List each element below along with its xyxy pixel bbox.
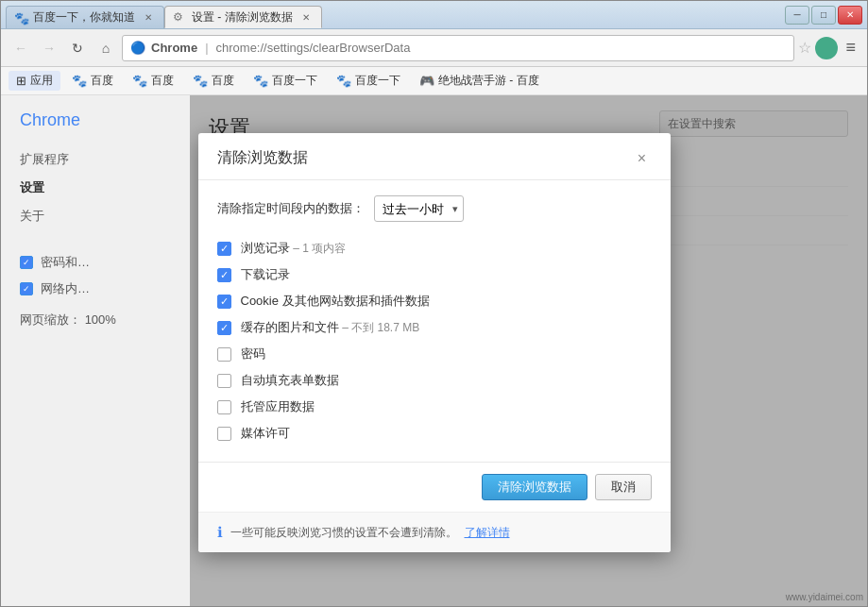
info-link[interactable]: 了解详情 [465, 525, 510, 541]
dialog-overlay: 清除浏览数据 × 清除指定时间段内的数据： 过去一小时 过去一天 [190, 95, 867, 606]
bookmark-1[interactable]: 🐾 百度 [64, 71, 121, 91]
bookmark-5[interactable]: 🐾 百度一下 [329, 71, 408, 91]
extensions-label: 扩展程序 [20, 151, 69, 168]
title-bar: 🐾 百度一下，你就知道 ✕ ⚙ 设置 - 清除浏览数据 ✕ ─ □ ✕ [1, 1, 867, 29]
cb-history[interactable] [217, 242, 231, 256]
passwords-label: 密码 [241, 346, 265, 363]
bookmarks-bar: ⊞ 应用 🐾 百度 🐾 百度 🐾 百度 🐾 百度一下 🐾 百度一下 🎮 绝地战营… [1, 67, 867, 95]
cb-network[interactable] [20, 282, 33, 295]
reload-button[interactable]: ↻ [65, 36, 90, 60]
minimize-button[interactable]: ─ [785, 6, 809, 25]
checkbox-downloads: 下载记录 [217, 261, 652, 288]
main-area: Chrome 扩展程序 设置 关于 密码和… 网络内… 网 [1, 95, 867, 606]
dialog-body: 清除指定时间段内的数据： 过去一小时 过去一天 过去一周 过去四周 不限时间 [198, 180, 671, 462]
sidebar-item-extensions[interactable]: 扩展程序 [1, 145, 190, 174]
forward-button[interactable]: → [37, 36, 61, 60]
address-bar[interactable]: 🔵 Chrome | chrome://settings/clearBrowse… [122, 35, 794, 61]
checkbox-media: 媒体许可 [217, 420, 652, 447]
bookmarks-apps[interactable]: ⊞ 应用 [9, 71, 60, 91]
address-brand: Chrome [151, 41, 197, 55]
checkbox-history: 浏览记录 – 1 项内容 [217, 235, 652, 261]
tab-1-label: 百度一下，你就知道 [33, 9, 135, 25]
cb-media[interactable] [217, 427, 231, 441]
tab-strip: 🐾 百度一下，你就知道 ✕ ⚙ 设置 - 清除浏览数据 ✕ [1, 1, 780, 28]
downloads-label: 下载记录 [241, 266, 290, 283]
cb-autofill[interactable] [217, 374, 231, 388]
hosted-label: 托管应用数据 [241, 398, 315, 415]
dialog-info-bar: ℹ 一些可能反映浏览习惯的设置不会遭到清除。 了解详情 [198, 512, 671, 552]
cache-sub: – 不到 18.7 MB [342, 321, 419, 334]
tab-1-close[interactable]: ✕ [141, 10, 156, 25]
tab-2-favicon: ⚙ [173, 10, 186, 24]
bookmark-3[interactable]: 🐾 百度 [185, 71, 242, 91]
history-label: 浏览记录 – 1 项内容 [241, 240, 347, 257]
time-select[interactable]: 过去一小时 过去一天 过去一周 过去四周 不限时间 [374, 195, 464, 222]
cb-passwords-item[interactable] [217, 347, 231, 362]
extension-icon[interactable] [815, 37, 838, 59]
tab-1[interactable]: 🐾 百度一下，你就知道 ✕ [6, 6, 164, 28]
bm4-icon: 🐾 [253, 74, 268, 88]
network-section-label: 网络内… [41, 280, 90, 297]
about-label: 关于 [20, 208, 44, 225]
media-label: 媒体许可 [241, 425, 290, 442]
dialog-title: 清除浏览数据 [217, 148, 308, 168]
bm6-icon: 🎮 [419, 74, 434, 88]
address-favicon: 🔵 [130, 41, 145, 55]
passwords-section-label: 密码和… [41, 254, 90, 271]
cancel-button[interactable]: 取消 [595, 474, 652, 500]
checkbox-autofill: 自动填充表单数据 [217, 367, 652, 394]
checkbox-passwords: 密码 [217, 341, 652, 367]
bookmark-star[interactable]: ☆ [798, 39, 811, 57]
dialog-close-button[interactable]: × [633, 149, 652, 168]
bm2-label: 百度 [151, 73, 174, 89]
close-button[interactable]: ✕ [838, 6, 862, 25]
bm1-label: 百度 [91, 73, 113, 89]
nav-bar: ← → ↻ ⌂ 🔵 Chrome | chrome://settings/cle… [1, 29, 867, 67]
cb-passwords[interactable] [20, 256, 33, 269]
sidebar-item-settings[interactable]: 设置 [1, 174, 190, 202]
time-range-row: 清除指定时间段内的数据： 过去一小时 过去一天 过去一周 过去四周 不限时间 [217, 195, 652, 222]
zoom-label: 网页缩放： [20, 312, 81, 327]
dialog-footer: 清除浏览数据 取消 [198, 462, 671, 512]
back-button[interactable]: ← [9, 36, 33, 60]
chrome-menu-button[interactable]: ≡ [842, 38, 859, 58]
time-label: 清除指定时间段内的数据： [217, 200, 365, 217]
bm1-icon: 🐾 [72, 74, 87, 88]
bm4-label: 百度一下 [272, 73, 317, 89]
clear-data-button[interactable]: 清除浏览数据 [482, 474, 587, 500]
window-controls: ─ □ ✕ [780, 1, 867, 28]
bm5-label: 百度一下 [355, 73, 400, 89]
home-button[interactable]: ⌂ [94, 36, 118, 60]
bookmark-2[interactable]: 🐾 百度 [125, 71, 181, 91]
time-select-wrapper[interactable]: 过去一小时 过去一天 过去一周 过去四周 不限时间 [374, 195, 464, 222]
tab-1-favicon: 🐾 [14, 11, 27, 25]
clear-browser-data-dialog: 清除浏览数据 × 清除指定时间段内的数据： 过去一小时 过去一天 [198, 133, 671, 552]
checkbox-cookies: Cookie 及其他网站数据和插件数据 [217, 288, 652, 314]
bm2-icon: 🐾 [132, 74, 147, 88]
maximize-button[interactable]: □ [811, 6, 836, 25]
info-icon: ℹ [217, 524, 223, 541]
cb-downloads[interactable] [217, 268, 231, 282]
cb-hosted[interactable] [217, 400, 231, 414]
bookmark-6[interactable]: 🎮 绝地战营手游 - 百度 [412, 71, 547, 91]
info-text: 一些可能反映浏览习惯的设置不会遭到清除。 [230, 525, 457, 541]
sidebar: Chrome 扩展程序 设置 关于 密码和… 网络内… 网 [1, 95, 190, 606]
tab-2[interactable]: ⚙ 设置 - 清除浏览数据 ✕ [164, 6, 322, 28]
content-area: 设置 ✓ 在后台运行 Chrome 自动填充设置 ✓ 启用网页拼写检查功能 [190, 95, 867, 606]
cache-label: 缓存的图片和文件 – 不到 18.7 MB [241, 319, 420, 336]
bookmark-4[interactable]: 🐾 百度一下 [246, 71, 325, 91]
apps-icon: ⊞ [16, 74, 26, 88]
tab-2-close[interactable]: ✕ [298, 9, 314, 25]
bm3-label: 百度 [212, 73, 234, 89]
cb-cache[interactable] [217, 321, 231, 335]
checkbox-cache: 缓存的图片和文件 – 不到 18.7 MB [217, 314, 652, 341]
tab-2-label: 设置 - 清除浏览数据 [192, 9, 293, 25]
cookies-label: Cookie 及其他网站数据和插件数据 [241, 293, 430, 310]
zoom-value: 100% [85, 312, 116, 327]
sidebar-logo: Chrome [1, 110, 190, 145]
bm5-icon: 🐾 [336, 74, 351, 88]
address-separator: | [205, 41, 208, 55]
sidebar-item-about[interactable]: 关于 [1, 202, 190, 230]
checkbox-hosted: 托管应用数据 [217, 394, 652, 420]
cb-cookies[interactable] [217, 295, 231, 309]
